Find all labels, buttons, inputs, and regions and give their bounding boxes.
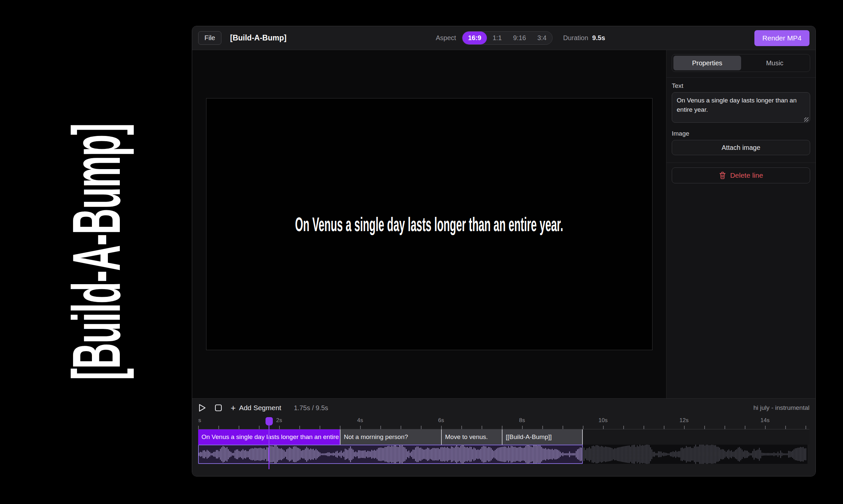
playhead-time-display: 1.75s / 9.5s [294, 404, 328, 412]
ruler-tick [218, 426, 219, 429]
ruler-tick [421, 426, 422, 429]
panel-divider [667, 77, 815, 77]
ruler-tick [380, 426, 381, 429]
timeline-section: + Add Segment 1.75s / 9.5s hi july - ins… [192, 398, 815, 476]
video-canvas: On Venus a single day lasts longer than … [206, 98, 653, 350]
aspect-label: Aspect [436, 34, 456, 42]
add-segment-label: Add Segment [239, 404, 281, 412]
panel-divider [667, 162, 815, 163]
ruler-label-10s: 10s [598, 417, 607, 424]
ruler-tick [502, 426, 502, 429]
tab-music[interactable]: Music [741, 56, 809, 70]
duration-label: Duration [563, 34, 588, 42]
brand-logo-vertical: [Build-A-Bump] [33, 0, 159, 504]
timeline-segment-3[interactable]: Move to venus. [441, 429, 502, 445]
segment-text-input[interactable]: On Venus a single day lasts longer than … [672, 92, 810, 123]
ruler-tick [785, 426, 786, 429]
ruler-tick [603, 426, 604, 429]
play-icon [198, 403, 206, 412]
trash-icon [719, 172, 726, 179]
timeline-track: 0s2s4s6s8s10s12s14s On Venus a single da… [198, 417, 809, 470]
ruler-tick [542, 426, 543, 429]
plus-icon: + [231, 403, 236, 413]
file-menu-button[interactable]: File [198, 31, 221, 45]
stop-icon [215, 404, 222, 412]
ruler-tick [360, 426, 361, 429]
ruler-tick [198, 426, 199, 429]
ruler-tick [563, 426, 563, 429]
textarea-resize-grip[interactable] [804, 118, 808, 122]
app-title: [Build-A-Bump] [230, 34, 287, 42]
ruler-label-14s: 14s [760, 417, 769, 424]
aspect-option-9x16[interactable]: 9:16 [507, 32, 532, 44]
ruler-tick [583, 426, 583, 429]
ruler-tick [441, 426, 442, 429]
ruler-tick [765, 426, 766, 429]
aspect-option-3x4[interactable]: 3:4 [532, 32, 552, 44]
delete-line-label: Delete line [730, 172, 763, 179]
brand-logo-text: [Build-A-Bump] [57, 124, 135, 380]
image-field-label: Image [672, 130, 810, 137]
timeline-ruler[interactable]: 0s2s4s6s8s10s12s14s [198, 417, 809, 429]
ruler-tick [482, 426, 482, 429]
timeline-segment-4[interactable]: [[Build-A-Bump]] [502, 429, 583, 445]
timeline-segment-2[interactable]: Not a morning person? [340, 429, 441, 445]
aspect-option-1x1[interactable]: 1:1 [487, 32, 507, 44]
topbar-center: Aspect 16:91:19:163:4 Duration 9.5s [287, 31, 754, 45]
ruler-tick [704, 426, 705, 429]
ruler-label-6s: 6s [438, 417, 444, 424]
waveform-graphic [198, 445, 808, 464]
ruler-tick [806, 426, 806, 429]
render-mp4-button[interactable]: Render MP4 [754, 30, 809, 46]
ruler-label-0s: 0s [198, 417, 201, 424]
music-track-name: hi july - instrumental [753, 404, 809, 412]
content-row: On Venus a single day lasts longer than … [192, 50, 815, 398]
timeline-controls: + Add Segment 1.75s / 9.5s hi july - ins… [198, 399, 809, 417]
stop-button[interactable] [215, 404, 222, 412]
canvas-caption-text: On Venus a single day lasts longer than … [295, 213, 563, 236]
ruler-tick [623, 426, 624, 429]
ruler-tick [340, 426, 341, 429]
ruler-label-2s: 2s [276, 417, 282, 424]
play-button[interactable] [198, 403, 206, 412]
ruler-label-12s: 12s [679, 417, 688, 424]
text-field-label: Text [672, 82, 810, 90]
ruler-tick [745, 426, 745, 429]
panel-tabs: Properties Music [672, 54, 810, 72]
timeline-segments-row: On Venus a single day lasts longer than … [198, 429, 809, 445]
playhead-handle[interactable] [265, 417, 273, 426]
ruler-tick [320, 426, 320, 429]
ruler-tick [400, 426, 401, 429]
text-field-wrap: On Venus a single day lasts longer than … [672, 92, 810, 124]
add-segment-button[interactable]: + Add Segment [231, 403, 281, 413]
properties-panel: Properties Music Text On Venus a single … [666, 50, 815, 398]
delete-line-button[interactable]: Delete line [672, 167, 810, 183]
ruler-tick [664, 426, 665, 429]
aspect-segmented-control: 16:91:19:163:4 [462, 31, 553, 45]
ruler-tick [239, 426, 239, 429]
aspect-option-16x9[interactable]: 16:9 [462, 32, 487, 44]
tab-properties[interactable]: Properties [673, 56, 741, 70]
timeline-segment-1[interactable]: On Venus a single day lasts longer than … [198, 429, 340, 445]
ruler-tick [461, 426, 462, 429]
top-bar: File [Build-A-Bump] Aspect 16:91:19:163:… [192, 26, 815, 50]
ruler-tick [684, 426, 685, 429]
ruler-tick [279, 426, 280, 429]
ruler-tick [259, 426, 260, 429]
duration-value: 9.5s [592, 34, 605, 42]
ruler-tick [299, 426, 300, 429]
ruler-tick [522, 426, 523, 429]
ruler-label-8s: 8s [519, 417, 525, 424]
duration-group: Duration 9.5s [563, 34, 605, 42]
preview-area: On Venus a single day lasts longer than … [192, 50, 666, 398]
ruler-tick [643, 426, 644, 429]
app-window: File [Build-A-Bump] Aspect 16:91:19:163:… [192, 26, 816, 476]
ruler-label-4s: 4s [357, 417, 363, 424]
attach-image-button[interactable]: Attach image [672, 140, 810, 155]
ruler-tick [724, 426, 725, 429]
audio-waveform-row[interactable] [198, 445, 809, 464]
